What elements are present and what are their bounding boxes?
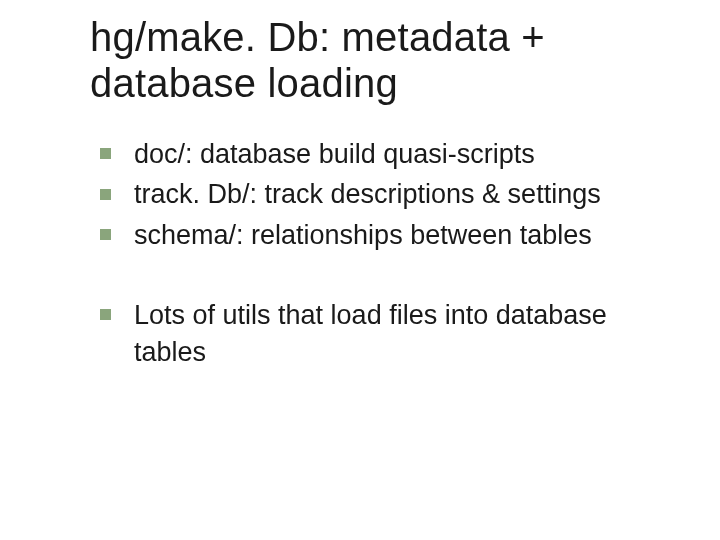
square-bullet-icon [100,189,111,200]
square-bullet-icon [100,148,111,159]
spacer [60,257,680,293]
slide: hg/make. Db: metadata + database loading… [0,0,720,540]
slide-title: hg/make. Db: metadata + database loading [90,14,680,106]
square-bullet-icon [100,309,111,320]
list-item-text: schema/: relationships between tables [134,220,592,250]
bullet-list-2: Lots of utils that load files into datab… [90,297,680,370]
list-item: doc/: database build quasi-scripts [90,136,680,172]
list-item: track. Db/: track descriptions & setting… [90,176,680,212]
list-item-text: doc/: database build quasi-scripts [134,139,535,169]
list-item: schema/: relationships between tables [90,217,680,253]
square-bullet-icon [100,229,111,240]
list-item-text: track. Db/: track descriptions & setting… [134,179,601,209]
list-item: Lots of utils that load files into datab… [90,297,680,370]
list-item-text: Lots of utils that load files into datab… [134,300,607,366]
bullet-list-1: doc/: database build quasi-scripts track… [90,136,680,253]
